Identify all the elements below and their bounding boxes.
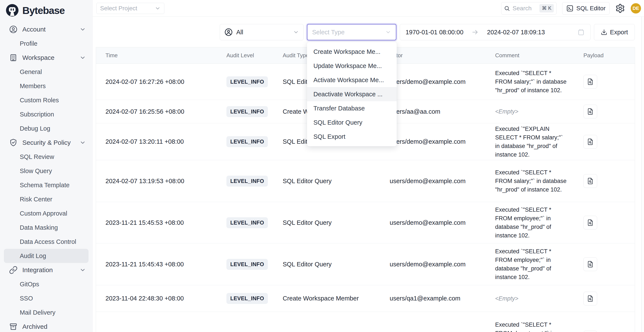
audit-type-cell: Create Workspace Member xyxy=(273,295,380,302)
shield-check-icon xyxy=(9,138,18,147)
sidebar-item-profile[interactable]: Profile xyxy=(0,36,92,51)
sidebar-item-sql-review[interactable]: SQL Review xyxy=(0,150,92,164)
search-icon xyxy=(504,5,510,11)
sidebar-item-general[interactable]: General xyxy=(0,65,92,79)
vertical-scrollbar[interactable] xyxy=(642,17,644,332)
user-avatar[interactable]: DE xyxy=(631,3,641,13)
project-select[interactable]: Select Project xyxy=(96,3,164,14)
time-cell: 2023-11-21 15:45:53 +08:00 xyxy=(96,219,217,226)
table-row: 2023-11-04 22:48:30 +08:00 LEVEL_INFO Cr… xyxy=(96,285,635,312)
calendar-icon xyxy=(578,28,585,36)
sidebar-section-label: Account xyxy=(22,26,46,33)
export-button[interactable]: Export xyxy=(594,24,635,40)
chevron-down-icon xyxy=(80,26,86,33)
sidebar-section-integration[interactable]: Integration xyxy=(0,263,92,277)
audit-level-cell: LEVEL_INFO xyxy=(217,217,273,228)
sidebar-item-gitops[interactable]: GitOps xyxy=(0,277,92,291)
search-shortcut-kbd: ⌘ K xyxy=(540,4,554,12)
payload-cell xyxy=(574,75,635,89)
sidebar-item-data-access-control[interactable]: Data Access Control xyxy=(0,235,92,249)
sidebar-item-data-masking[interactable]: Data Masking xyxy=(0,220,92,235)
sidebar-section-workspace[interactable]: Workspace xyxy=(0,51,92,65)
file-search-icon xyxy=(587,219,594,226)
sidebar-item-custom-roles[interactable]: Custom Roles xyxy=(0,93,92,107)
actor-cell: users/demo@example.com xyxy=(380,261,486,268)
payload-cell xyxy=(574,174,635,188)
dropdown-option-deactivate-workspace-member[interactable]: Deactivate Workspace ... xyxy=(307,87,397,101)
payload-view-button[interactable] xyxy=(584,105,597,118)
chevron-down-icon xyxy=(80,267,86,273)
type-filter-select[interactable]: Select Type xyxy=(307,24,396,40)
level-badge: LEVEL_INFO xyxy=(226,106,268,117)
column-header-time: Time xyxy=(96,52,217,59)
sidebar-item-subscription[interactable]: Subscription xyxy=(0,107,92,121)
date-range-picker[interactable]: 1970-01-01 08:00:00 2024-02-07 18:09:13 xyxy=(400,24,590,40)
dropdown-option-sql-export[interactable]: SQL Export xyxy=(307,130,397,144)
level-badge: LEVEL_INFO xyxy=(226,293,268,304)
payload-cell xyxy=(574,292,635,305)
sidebar-section-label: Security & Policy xyxy=(22,139,71,146)
dropdown-option-transfer-database[interactable]: Transfer Database xyxy=(307,101,397,115)
comment-cell: Executed `"EXPLAIN SELECT * FROM salary;… xyxy=(486,125,574,159)
file-search-icon xyxy=(587,108,594,115)
bytebase-logo-icon xyxy=(6,4,19,17)
avatar-initials: DE xyxy=(632,5,639,11)
sql-editor-button[interactable]: SQL Editor xyxy=(562,2,610,14)
sidebar-item-sso[interactable]: SSO xyxy=(0,291,92,305)
payload-view-button[interactable] xyxy=(584,135,597,149)
sidebar-item-mail-delivery[interactable]: Mail Delivery xyxy=(0,305,92,320)
sidebar-item-members[interactable]: Members xyxy=(0,79,92,93)
logo-wordmark: Bytebase xyxy=(22,4,65,16)
level-badge: LEVEL_INFO xyxy=(226,217,268,228)
sidebar-section-security-policy[interactable]: Security & Policy xyxy=(0,136,92,150)
payload-view-button[interactable] xyxy=(584,216,597,229)
dropdown-option-sql-editor-query[interactable]: SQL Editor Query xyxy=(307,115,397,130)
comment-cell: <Empty> xyxy=(486,294,574,303)
payload-cell xyxy=(574,135,635,149)
level-badge: LEVEL_INFO xyxy=(226,176,268,186)
payload-view-button[interactable] xyxy=(584,75,597,89)
sidebar-item-custom-approval[interactable]: Custom Approval xyxy=(0,206,92,220)
search-placeholder: Search xyxy=(512,5,532,12)
time-cell: 2024-02-07 13:20:11 +08:00 xyxy=(96,138,217,145)
payload-view-button[interactable] xyxy=(584,331,597,332)
sidebar-section-account[interactable]: Account xyxy=(0,22,92,36)
building-icon xyxy=(9,53,18,62)
payload-view-button[interactable] xyxy=(584,174,597,188)
payload-view-button[interactable] xyxy=(584,257,597,271)
payload-view-button[interactable] xyxy=(584,292,597,305)
actor-filter-select[interactable]: All xyxy=(220,24,304,40)
arrow-right-icon xyxy=(472,28,479,36)
dropdown-option-create-workspace-member[interactable]: Create Workspace Me... xyxy=(307,45,397,59)
comment-cell: <Empty> xyxy=(486,107,574,116)
archive-icon xyxy=(9,322,18,331)
date-to-value: 2024-02-07 18:09:13 xyxy=(487,29,545,36)
sidebar-section-archived[interactable]: Archived xyxy=(0,320,92,332)
sidebar-nav: Account Profile Workspace General Member… xyxy=(0,20,92,332)
column-header-payload: Payload xyxy=(574,52,635,59)
audit-level-cell: LEVEL_INFO xyxy=(217,293,273,304)
sidebar: Bytebase Account Profile Workspace Gener… xyxy=(0,0,92,332)
sidebar-item-debug-log[interactable]: Debug Log xyxy=(0,121,92,136)
time-cell: 2023-11-04 22:48:30 +08:00 xyxy=(96,295,217,302)
file-search-icon xyxy=(587,261,594,268)
level-badge: LEVEL_INFO xyxy=(226,259,268,270)
dropdown-option-activate-workspace-member[interactable]: Activate Workspace Me... xyxy=(307,73,397,87)
project-select-placeholder: Select Project xyxy=(100,5,137,12)
sidebar-item-slow-query[interactable]: Slow Query xyxy=(0,164,92,178)
time-cell: 2023-11-21 15:45:43 +08:00 xyxy=(96,261,217,268)
sidebar-item-audit-log[interactable]: Audit Log xyxy=(4,249,88,263)
audit-level-cell: LEVEL_INFO xyxy=(217,259,273,270)
table-row: 2023-11-21 15:45:53 +08:00 LEVEL_INFO SQ… xyxy=(96,202,635,243)
file-search-icon xyxy=(587,78,594,85)
payload-cell xyxy=(574,105,635,118)
chevron-down-icon xyxy=(155,5,161,11)
sidebar-item-risk-center[interactable]: Risk Center xyxy=(0,192,92,206)
dropdown-option-update-workspace-member[interactable]: Update Workspace Me... xyxy=(307,59,397,73)
search-input[interactable]: Search ⌘ K xyxy=(501,2,556,14)
bytebase-logo[interactable]: Bytebase xyxy=(0,0,92,20)
sidebar-item-schema-template[interactable]: Schema Template xyxy=(0,178,92,192)
gear-icon[interactable] xyxy=(615,3,625,13)
top-bar: Select Project Search ⌘ K SQL Editor DE xyxy=(92,0,644,17)
time-cell: 2024-02-07 16:25:56 +08:00 xyxy=(96,108,217,115)
